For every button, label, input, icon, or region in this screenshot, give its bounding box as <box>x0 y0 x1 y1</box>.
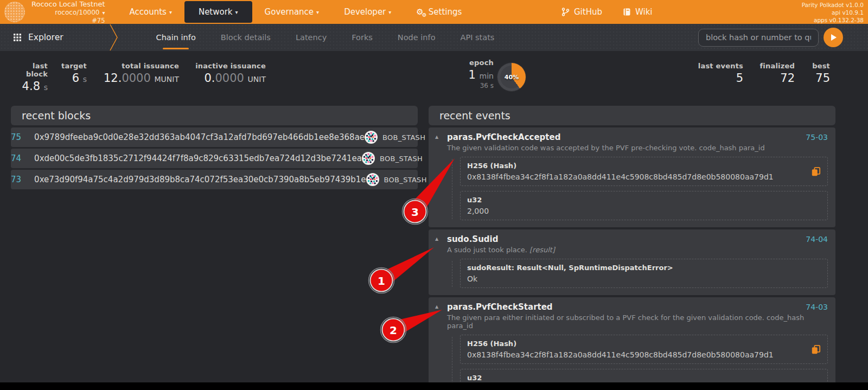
event-block-index-link[interactable]: 74-03 <box>806 303 828 311</box>
chevron-separator-icon <box>109 24 119 51</box>
summary-stats: last block 4.8 s target 6 s total issuan… <box>0 51 868 105</box>
block-author-name: BOB_STASH <box>384 176 427 184</box>
copy-icon[interactable] <box>811 167 821 176</box>
brand: Rococo Local Testnet rococo/10000▾ #75 <box>0 0 105 24</box>
field-value: Ok <box>467 274 821 283</box>
recent-events-header: recent events <box>429 106 835 125</box>
block-number-link[interactable]: 74 <box>11 154 21 163</box>
event-description: The given para either initiated or subsc… <box>447 314 828 330</box>
event-card-sudid: ▲ sudo.Sudid A sudo just took place.[res… <box>429 229 835 295</box>
tab-block-details[interactable]: Block details <box>208 24 283 51</box>
block-author[interactable]: BOB_STASH <box>365 131 425 144</box>
api-version: api v10.9.1 <box>802 9 864 17</box>
event-field-hash: H256 (Hash) 0x8138f4fbea34c2f8f1a182a0a8… <box>460 335 828 364</box>
field-type: u32 <box>467 196 821 204</box>
tab-latency[interactable]: Latency <box>283 24 339 51</box>
menu-accounts[interactable]: Accounts▾ <box>117 0 184 24</box>
recent-blocks-panel: recent blocks 75 0x9789dfeeba9c0d0e28e32… <box>11 106 418 191</box>
block-author[interactable]: BOB_STASH <box>366 173 427 186</box>
block-number-link[interactable]: 73 <box>11 175 21 184</box>
tab-forks[interactable]: Forks <box>339 24 385 51</box>
node-version: Parity Polkadot v1.0.0 <box>802 2 864 9</box>
identicon <box>362 152 375 165</box>
tab-api-stats[interactable]: API stats <box>448 24 507 51</box>
recent-blocks-header: recent blocks <box>11 106 418 125</box>
event-description: The given validation code was accepted b… <box>447 144 765 152</box>
field-type: H256 (Hash) <box>467 340 805 348</box>
block-row: 73 0xe73d90f94a75c4a2d979d3d89b8ca74c072… <box>11 170 418 189</box>
panel-title: recent events <box>439 110 510 122</box>
annotation-badge-2: 2 <box>381 317 406 343</box>
chain-spec[interactable]: rococo/10000▾ <box>31 9 105 17</box>
identicon <box>365 131 378 144</box>
svg-text:3: 3 <box>411 206 419 219</box>
stat-target: target 6 s <box>55 62 87 85</box>
play-icon <box>830 34 837 41</box>
block-hash: 0xde00c5de3fb1835c2712f94424f7f8a9c829c6… <box>34 154 362 163</box>
event-field-u32: u32 2,000 <box>460 369 828 382</box>
explorer-tabs: Chain info Block details Latency Forks N… <box>144 24 507 51</box>
stat-epoch: epoch 1 min 36 s <box>444 59 494 89</box>
collapse-toggle-icon[interactable]: ▲ <box>435 132 447 139</box>
block-query-input[interactable] <box>698 29 819 47</box>
epoch-progress-percent: 40% <box>497 63 526 91</box>
block-row: 75 0x9789dfeeba9c0d0e28e32dd363ab4047cf3… <box>11 127 418 147</box>
chain-logo[interactable] <box>4 2 25 22</box>
event-card-pvf-check-accepted: ▲ paras.PvfCheckAccepted The given valid… <box>429 127 835 227</box>
field-type: u32 <box>467 374 821 382</box>
field-value: 0x8138f4fbea34c2f8f1a182a0a8dd411e4c5908… <box>467 350 805 359</box>
stat-best: best 75 <box>812 62 830 85</box>
menu-settings[interactable]: ⚙⚙ Settings <box>404 0 474 24</box>
block-number-link[interactable]: 75 <box>11 132 21 142</box>
block-hash: 0xe73d90f94a75c4a2d979d3d89b8ca74c072f53… <box>34 175 366 184</box>
event-description: A sudo just took place.[result] <box>447 246 555 254</box>
git-branch-icon <box>561 8 570 16</box>
menu-governance[interactable]: Governance▾ <box>252 0 332 24</box>
apps-version: apps v0.132.2-38 <box>802 17 864 24</box>
block-query <box>698 24 868 51</box>
event-description-param: [result] <box>529 246 555 254</box>
stat-inactive-issuance: inactive issuance 0.0000 UNIT <box>193 62 266 85</box>
stat-finalized: finalized 72 <box>760 62 795 85</box>
menu-network[interactable]: Network▾ <box>184 1 252 23</box>
chevron-down-icon: ▾ <box>235 9 238 15</box>
identicon <box>366 173 379 186</box>
polkadot-apps-explorer: Rococo Local Testnet rococo/10000▾ #75 A… <box>0 0 868 382</box>
event-card-pvf-check-started: ▲ paras.PvfCheckStarted The given para e… <box>429 297 835 382</box>
book-icon <box>623 8 631 16</box>
panel-title: recent blocks <box>22 110 91 122</box>
chain-name: Rococo Local Testnet <box>31 0 105 9</box>
block-author-name: BOB_STASH <box>382 133 425 142</box>
menu-developer[interactable]: Developer▾ <box>331 0 404 24</box>
stat-last-events: last events 5 <box>698 62 743 85</box>
collapse-toggle-icon[interactable]: ▲ <box>435 234 447 241</box>
block-hash: 0x9789dfeeba9c0d0e28e32dd363ab4047cf3a12… <box>34 132 365 142</box>
external-links: GitHub Wiki <box>561 0 653 24</box>
query-submit-button[interactable] <box>824 28 843 47</box>
epoch-elapsed: 36 s <box>444 82 494 89</box>
copy-icon[interactable] <box>811 344 821 354</box>
block-author[interactable]: BOB_STASH <box>362 152 423 165</box>
collapse-toggle-icon[interactable]: ▲ <box>435 302 447 309</box>
section-explorer[interactable]: Explorer <box>0 24 78 51</box>
field-value: 2,000 <box>467 207 821 215</box>
chevron-down-icon: ▾ <box>169 9 172 15</box>
stat-total-issuance: total issuance 12.0000 MUNIT <box>97 62 179 85</box>
tab-chain-info[interactable]: Chain info <box>144 24 208 51</box>
main-menu: Accounts▾ Network▾ Governance▾ Developer… <box>117 0 475 24</box>
explorer-tab-bar: Explorer Chain info Block details Latenc… <box>0 24 868 51</box>
stat-last-block: last block 4.8 s <box>11 62 48 93</box>
event-block-index-link[interactable]: 75-03 <box>806 133 828 142</box>
chevron-down-icon: ▾ <box>316 9 319 15</box>
version-info: Parity Polkadot v1.0.0 api v10.9.1 apps … <box>802 2 864 24</box>
github-link[interactable]: GitHub <box>561 7 602 17</box>
tab-node-info[interactable]: Node info <box>385 24 448 51</box>
annotation-badge-1: 1 <box>369 268 394 293</box>
chain-meta[interactable]: Rococo Local Testnet rococo/10000▾ #75 <box>31 0 105 25</box>
top-navigation-bar: Rococo Local Testnet rococo/10000▾ #75 A… <box>0 0 868 24</box>
epoch-progress-donut: 40% <box>497 63 526 91</box>
event-field-sudo-result: sudoResult: Result<Null, SpRuntimeDispat… <box>460 259 828 288</box>
event-block-index-link[interactable]: 74-04 <box>806 235 828 244</box>
grid-icon <box>13 33 22 42</box>
wiki-link[interactable]: Wiki <box>623 7 653 17</box>
